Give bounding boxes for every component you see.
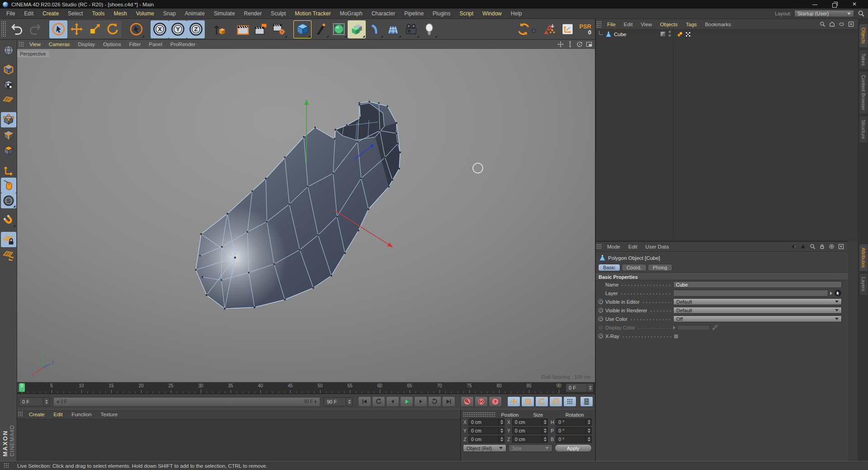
menu-item-volume[interactable]: Volume — [132, 9, 159, 19]
tr-cyc-l-button[interactable] — [372, 396, 385, 407]
target-icon[interactable] — [828, 243, 835, 250]
keyframe-radio-icon[interactable] — [599, 325, 603, 329]
subdiv-button[interactable] — [330, 20, 348, 38]
menu-item-user-data[interactable]: User Data — [642, 241, 673, 252]
close-button[interactable] — [852, 2, 858, 7]
menu-item-window[interactable]: Window — [478, 9, 506, 19]
layer-flyout-arrow-icon[interactable] — [830, 291, 832, 295]
coordinates-grip[interactable] — [463, 412, 495, 418]
viewport-canvas[interactable]: YZX Perspective Grid Spacing : 100 cm — [17, 49, 595, 382]
side-tab-structure[interactable]: Structure — [859, 116, 868, 143]
mode-workplane-button[interactable] — [1, 93, 16, 108]
render-view-button[interactable] — [234, 20, 252, 38]
up-icon[interactable] — [800, 243, 807, 250]
toolbar-grip[interactable] — [1, 21, 6, 38]
keyframe-radio-icon[interactable] — [598, 316, 603, 321]
menu-item-simulate[interactable]: Simulate — [209, 9, 240, 19]
menu-item-create[interactable]: Create — [38, 9, 63, 19]
menu-item-bookmarks[interactable]: Bookmarks — [701, 19, 735, 30]
menu-item-mograph[interactable]: MoGraph — [335, 9, 367, 19]
menu-item-cameras[interactable]: Cameras — [45, 40, 74, 49]
back-icon[interactable] — [790, 243, 797, 250]
undo-button[interactable] — [8, 20, 26, 38]
side-tab-layers[interactable]: Layers — [859, 273, 868, 296]
menu-item-animate[interactable]: Animate — [180, 9, 209, 19]
mode-edges-button[interactable] — [1, 127, 16, 143]
render-settings-button[interactable] — [270, 20, 288, 38]
psr-reset-button[interactable]: PSR 0 — [579, 24, 591, 35]
tr-end-button[interactable] — [442, 396, 455, 407]
menu-item-texture[interactable]: Texture — [96, 409, 122, 419]
home-icon[interactable] — [829, 21, 835, 28]
camera-button[interactable] — [402, 20, 420, 38]
object-row-cube[interactable]: Cube — [596, 30, 858, 38]
menu-item-objects[interactable]: Objects — [656, 19, 682, 30]
side-tab-takes[interactable]: Takes — [859, 49, 868, 70]
menu-item-function[interactable]: Function — [67, 409, 96, 419]
menu-item-select[interactable]: Select — [63, 9, 87, 19]
position-z-field[interactable]: 0 cm — [468, 436, 505, 443]
restore-button[interactable] — [832, 2, 838, 7]
menu-item-view[interactable]: View — [25, 40, 45, 49]
menu-item-sculpt[interactable]: Sculpt — [266, 9, 290, 19]
axis-z-button[interactable]: Z — [187, 20, 205, 38]
tr-cyc-r-button[interactable] — [428, 396, 441, 407]
menu-item-prorender[interactable]: ProRender — [166, 40, 200, 49]
object-manager-grip[interactable] — [596, 21, 602, 28]
menu-item-tools[interactable]: Tools — [87, 9, 109, 19]
stepper-icon[interactable] — [498, 419, 503, 425]
end-frame-stepper[interactable] — [346, 398, 351, 406]
pan-icon[interactable] — [557, 41, 564, 48]
render-pv-button[interactable] — [252, 20, 270, 38]
material-grip[interactable] — [18, 411, 23, 417]
recycle-gear-button[interactable] — [514, 20, 540, 38]
scale-button[interactable] — [85, 20, 104, 38]
eye-icon[interactable] — [838, 21, 845, 28]
stepper-icon[interactable] — [585, 419, 590, 425]
layout-dropdown[interactable]: Startup (User) — [794, 10, 854, 17]
lock-icon[interactable] — [819, 243, 826, 250]
workplane-btn-button[interactable] — [558, 20, 576, 38]
search-icon[interactable] — [857, 9, 865, 18]
menu-item-options[interactable]: Options — [99, 40, 125, 49]
position-x-field[interactable]: 0 cm — [468, 418, 505, 426]
layer-picker-icon[interactable] — [834, 289, 842, 297]
size-y-field[interactable]: 0 cm — [512, 427, 548, 434]
viewport-grip[interactable] — [19, 42, 24, 47]
tweak-mouse-button[interactable] — [1, 178, 16, 193]
orbit-icon[interactable] — [576, 41, 583, 48]
menu-item-edit[interactable]: Edit — [620, 19, 637, 30]
axis-x-button[interactable]: X — [151, 20, 169, 38]
search-icon[interactable] — [809, 243, 816, 250]
hierarchy-button[interactable] — [540, 20, 558, 38]
menu-item-file[interactable]: File — [603, 19, 620, 30]
tr-play-button[interactable] — [400, 396, 413, 407]
mode-model-button[interactable] — [1, 62, 16, 77]
rec-auto-button[interactable] — [475, 396, 488, 407]
keyframe-radio-icon[interactable] — [598, 308, 603, 313]
attribute-tab-basic[interactable]: Basic — [598, 264, 620, 271]
menu-item-mesh[interactable]: Mesh — [109, 9, 131, 19]
kf-pos-button[interactable] — [507, 396, 520, 407]
menu-item-script[interactable]: Script — [455, 9, 478, 19]
cursor-circle-button[interactable] — [49, 20, 67, 38]
visible-in-editor-dropdown[interactable]: Default — [673, 298, 842, 305]
menu-item-edit[interactable]: Edit — [19, 9, 38, 19]
deformer-button[interactable] — [348, 20, 366, 38]
bend-button[interactable] — [366, 20, 384, 38]
menu-item-motion-tracker[interactable]: Motion Tracker — [290, 9, 335, 19]
snap-magnet-button[interactable] — [1, 212, 16, 228]
size-z-field[interactable]: 0 cm — [512, 436, 548, 443]
coordsys-button[interactable] — [210, 20, 228, 38]
kf-rot-button[interactable] — [535, 396, 548, 407]
kf-pla-button[interactable] — [563, 396, 576, 407]
floor-button[interactable] — [384, 20, 402, 38]
stepper-icon[interactable] — [585, 436, 590, 442]
menu-item-file[interactable]: File — [2, 9, 19, 19]
rec-key-button[interactable] — [461, 396, 474, 407]
x-ray-checkbox[interactable] — [673, 334, 679, 339]
current-frame-field[interactable]: 0 F — [566, 383, 594, 392]
viewtoggle-icon[interactable] — [585, 41, 593, 48]
minimize-button[interactable] — [812, 2, 818, 7]
menu-item-filter[interactable]: Filter — [125, 40, 145, 49]
